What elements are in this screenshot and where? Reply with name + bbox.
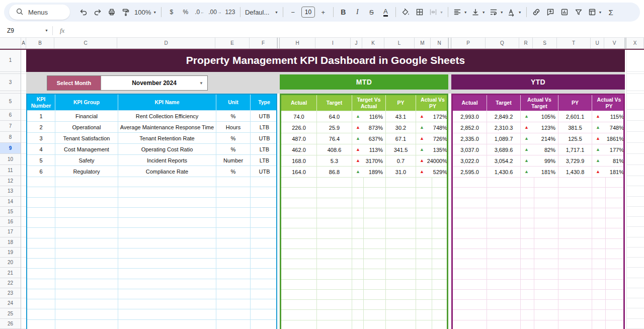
empty-cell[interactable] [364,290,386,299]
column-x-cell[interactable] [627,288,644,298]
column-a-cell[interactable] [21,217,26,227]
empty-cell[interactable] [487,228,521,238]
empty-cell[interactable] [251,187,277,197]
empty-cell[interactable] [521,280,534,289]
row-header-13[interactable]: 13 [0,186,21,196]
empty-cell[interactable] [216,289,251,299]
column-header-L[interactable]: L [384,38,415,49]
column-a-cell[interactable] [21,74,26,91]
row-header-6[interactable]: 6 [0,110,21,121]
cell-mtd-actual[interactable]: 164.0 [281,167,317,177]
cell-ytd-actual-vs-target[interactable]: ▲181% [521,167,558,177]
font-size-input[interactable]: 10 [301,7,315,18]
empty-cell[interactable] [118,309,216,319]
empty-cell[interactable] [386,320,416,329]
decrease-decimal-button[interactable]: .0← [193,5,206,19]
empty-cell[interactable] [432,218,448,228]
empty-cell[interactable] [386,249,416,259]
cell-mtd-target-vs-actual[interactable]: ▲873% [352,122,386,133]
cell-unit[interactable]: % [216,111,251,121]
empty-cell[interactable] [251,198,277,207]
empty-cell[interactable] [487,280,521,289]
empty-cell[interactable] [558,310,592,319]
cell-kpi-number[interactable]: 6 [27,166,55,177]
cell-kpi-name[interactable]: Average Maintenance Response Time [118,122,216,132]
font-selector[interactable]: Defaul... ▼ [244,5,280,19]
empty-cell[interactable] [352,249,364,259]
cell-mtd-target-vs-actual[interactable]: ▲189% [352,167,386,177]
empty-cell[interactable] [55,309,118,319]
row-header-10[interactable]: 10 [0,154,21,165]
empty-cell[interactable] [432,198,448,208]
cell-kpi-group[interactable]: Cost Management [55,144,118,154]
empty-cell[interactable] [118,289,216,299]
empty-cell[interactable] [55,320,118,329]
empty-cell[interactable] [55,218,118,227]
paint-format-button[interactable] [119,5,132,19]
cell-ytd-py[interactable]: 381.5 [558,122,592,133]
empty-cell[interactable] [281,249,317,259]
column-x-cell[interactable] [627,176,644,186]
column-x-cell[interactable] [627,319,644,329]
empty-cell[interactable] [364,218,386,228]
cell-mtd-actual-vs-py[interactable]: ▲726% [416,133,448,144]
cell-mtd-target-vs-actual[interactable]: ▲113% [352,144,386,155]
mtd-column-header[interactable]: Actual [281,95,317,111]
empty-cell[interactable] [521,310,534,319]
empty-cell[interactable] [317,178,352,187]
empty-cell[interactable] [534,310,558,319]
column-x-cell[interactable] [627,258,644,268]
empty-cell[interactable] [251,238,277,248]
cell-ytd-target[interactable]: 3,054.2 [487,155,521,166]
empty-cell[interactable] [251,249,277,258]
empty-cell[interactable] [364,320,386,329]
empty-cell[interactable] [453,259,487,269]
empty-cell[interactable] [216,208,251,217]
column-x-cell[interactable] [627,94,644,110]
empty-cell[interactable] [453,249,487,259]
empty-cell[interactable] [317,208,352,218]
cell-ytd-py[interactable]: 3,729.9 [558,155,592,166]
ytd-column-header[interactable]: Actual Vs Target [521,95,558,111]
empty-cell[interactable] [534,290,558,299]
empty-cell[interactable] [251,279,277,289]
empty-cell[interactable] [352,300,364,309]
cell-ytd-py[interactable]: 1,717.1 [558,144,592,155]
empty-cell[interactable] [27,208,55,217]
column-x-cell[interactable] [627,237,644,248]
empty-cell[interactable] [432,249,448,259]
empty-cell[interactable] [352,320,364,329]
empty-cell[interactable] [27,177,55,187]
empty-cell[interactable] [487,249,521,259]
empty-cell[interactable] [416,310,432,319]
column-a-cell[interactable] [21,298,26,308]
cell-mtd-target[interactable]: 76.4 [317,133,352,144]
cell-mtd-target-vs-actual[interactable]: ▲116% [352,111,386,122]
row-header-7[interactable]: 7 [0,121,21,132]
empty-cell[interactable] [216,309,251,319]
empty-cell[interactable] [118,249,216,258]
empty-cell[interactable] [416,228,432,238]
row-header-1[interactable]: 1 [0,49,21,72]
empty-cell[interactable] [55,187,118,197]
empty-cell[interactable] [592,290,606,299]
empty-cell[interactable] [521,198,534,208]
cell-ytd-actual-vs-py[interactable]: ▲81% [592,155,625,166]
empty-cell[interactable] [118,259,216,268]
row-header-23[interactable]: 23 [0,288,21,298]
cell-ytd-actual-vs-py[interactable]: ▲1861% [592,133,625,144]
column-a-cell[interactable] [21,258,26,268]
empty-cell[interactable] [386,208,416,218]
text-color-button[interactable]: A [379,5,392,19]
cell-unit[interactable]: % [216,166,251,177]
empty-cell[interactable] [364,239,386,249]
empty-cell[interactable] [55,289,118,299]
row-header-18[interactable]: 18 [0,237,21,248]
cell-mtd-target[interactable]: 408.6 [317,144,352,155]
empty-cell[interactable] [352,269,364,279]
cell-kpi-number[interactable]: 4 [27,144,55,154]
empty-cell[interactable] [487,178,521,187]
empty-cell[interactable] [251,228,277,237]
empty-cell[interactable] [416,218,432,228]
bold-button[interactable]: B [337,5,350,19]
